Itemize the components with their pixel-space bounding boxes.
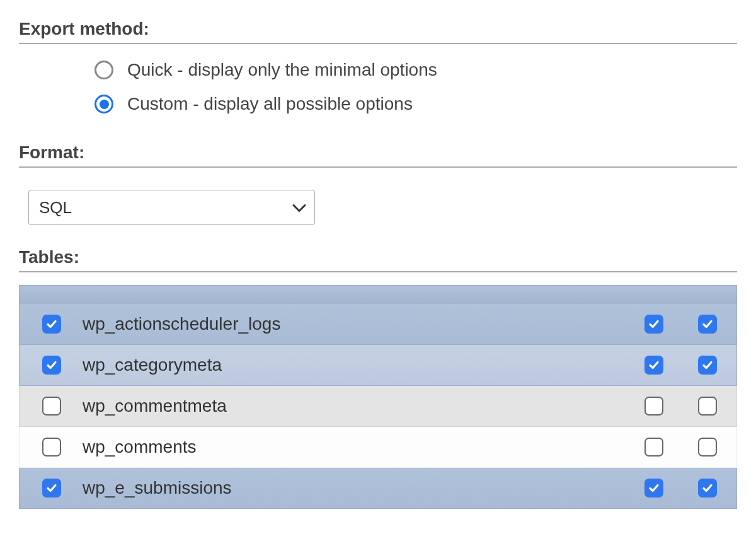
table-select-checkbox[interactable]	[42, 397, 61, 416]
table-name-label: wp_comments	[80, 437, 626, 457]
table-data-checkbox[interactable]	[698, 397, 717, 416]
radio-quick-option[interactable]: Quick - display only the minimal options	[94, 60, 737, 80]
table-select-checkbox[interactable]	[42, 438, 61, 457]
table-structure-checkbox[interactable]	[644, 356, 663, 375]
format-heading: Format:	[19, 143, 737, 168]
radio-custom-option[interactable]: Custom - display all possible options	[94, 94, 737, 114]
table-structure-checkbox[interactable]	[644, 438, 663, 457]
table-data-checkbox[interactable]	[698, 356, 717, 375]
table-data-checkbox[interactable]	[698, 438, 717, 457]
table-name-label: wp_commentmeta	[80, 396, 626, 416]
export-method-heading: Export method:	[19, 19, 737, 44]
table-structure-checkbox[interactable]	[644, 479, 663, 497]
table-data-checkbox[interactable]	[698, 479, 717, 497]
export-method-radio-group: Quick - display only the minimal options…	[94, 60, 737, 114]
table-row[interactable]: wp_commentmeta	[19, 386, 737, 427]
table-select-checkbox[interactable]	[42, 356, 61, 375]
format-selected-value: SQL	[28, 190, 315, 225]
table-structure-checkbox[interactable]	[644, 315, 663, 334]
table-row[interactable]: wp_categorymeta	[19, 345, 737, 386]
radio-label: Custom - display all possible options	[127, 94, 413, 114]
tables-list: wp_actionscheduler_logswp_categorymetawp…	[19, 285, 737, 509]
radio-icon	[94, 61, 113, 79]
table-structure-checkbox[interactable]	[644, 397, 663, 416]
table-row[interactable]: wp_actionscheduler_logs	[19, 304, 737, 345]
radio-icon	[94, 95, 113, 113]
format-select[interactable]: SQL	[28, 190, 315, 225]
table-header-partial	[19, 285, 737, 304]
table-row[interactable]: wp_comments	[19, 427, 737, 468]
tables-heading: Tables:	[19, 247, 737, 272]
table-select-checkbox[interactable]	[42, 479, 61, 497]
table-row[interactable]: wp_e_submissions	[19, 468, 737, 509]
table-name-label: wp_actionscheduler_logs	[80, 314, 626, 334]
table-data-checkbox[interactable]	[698, 315, 717, 334]
table-select-checkbox[interactable]	[42, 315, 61, 334]
table-name-label: wp_e_submissions	[80, 478, 626, 498]
table-name-label: wp_categorymeta	[80, 355, 626, 375]
radio-label: Quick - display only the minimal options	[127, 60, 437, 80]
